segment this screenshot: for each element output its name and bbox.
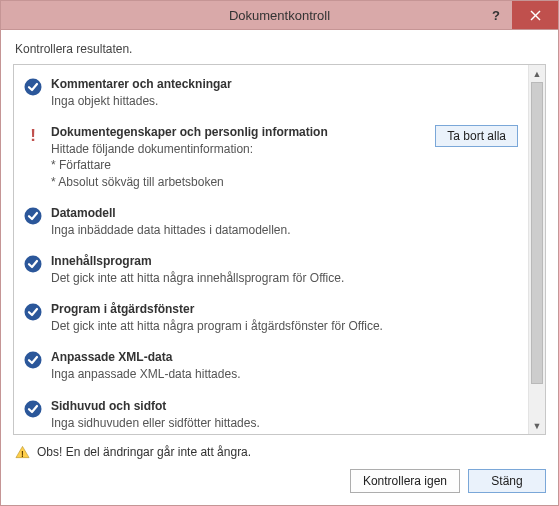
svg-point-4 xyxy=(25,207,42,224)
result-line: Inga anpassade XML-data hittades. xyxy=(51,366,518,382)
result-title: Datamodell xyxy=(51,206,518,220)
result-line: Inga sidhuvuden eller sidfötter hittades… xyxy=(51,415,518,431)
result-title: Dokumentegenskaper och personlig informa… xyxy=(51,125,418,139)
result-line: Inga objekt hittades. xyxy=(51,93,518,109)
titlebar: Dokumentkontroll ? xyxy=(1,1,558,30)
result-description: Det gick inte att hitta några program i … xyxy=(51,318,518,334)
result-title: Anpassade XML-data xyxy=(51,350,518,364)
result-body: Anpassade XML-dataInga anpassade XML-dat… xyxy=(51,350,518,382)
close-icon xyxy=(530,10,541,21)
scroll-down-button[interactable]: ▼ xyxy=(529,417,545,434)
help-button[interactable]: ? xyxy=(480,1,512,29)
svg-text:!: ! xyxy=(30,126,36,144)
results-list: Kommentarer och anteckningarInga objekt … xyxy=(14,65,528,434)
result-title: Kommentarer och anteckningar xyxy=(51,77,518,91)
result-item: InnehållsprogramDet gick inte att hitta … xyxy=(14,246,528,294)
titlebar-buttons: ? xyxy=(480,1,558,29)
svg-point-2 xyxy=(25,79,42,96)
check-icon xyxy=(24,207,42,225)
svg-point-6 xyxy=(25,304,42,321)
result-title: Sidhuvud och sidfot xyxy=(51,399,518,413)
remove-all-button[interactable]: Ta bort alla xyxy=(435,125,518,147)
svg-point-7 xyxy=(25,352,42,369)
results-frame: Kommentarer och anteckningarInga objekt … xyxy=(13,64,546,435)
result-line: Det gick inte att hitta några innehållsp… xyxy=(51,270,518,286)
dialog-window: Dokumentkontroll ? Kontrollera resultate… xyxy=(0,0,559,506)
alert-icon: ! xyxy=(24,126,42,144)
check-icon xyxy=(24,303,42,321)
scroll-thumb[interactable] xyxy=(531,82,543,384)
result-item: Anpassade XML-dataInga anpassade XML-dat… xyxy=(14,342,528,390)
result-title: Program i åtgärdsfönster xyxy=(51,302,518,316)
svg-point-5 xyxy=(25,255,42,272)
result-item: Sidhuvud och sidfotInga sidhuvuden eller… xyxy=(14,391,528,435)
result-item: !Dokumentegenskaper och personlig inform… xyxy=(14,117,528,198)
svg-text:!: ! xyxy=(21,449,24,459)
button-row: Kontrollera igen Stäng xyxy=(1,469,558,505)
footer-warning-text: Obs! En del ändringar går inte att ångra… xyxy=(37,445,251,459)
dialog-title: Dokumentkontroll xyxy=(1,8,558,23)
result-line: Det gick inte att hitta några program i … xyxy=(51,318,518,334)
result-body: InnehållsprogramDet gick inte att hitta … xyxy=(51,254,518,286)
check-icon xyxy=(24,351,42,369)
result-description: Inga objekt hittades. xyxy=(51,93,518,109)
warning-icon: ! xyxy=(15,445,30,459)
dialog-content: Kontrollera resultaten. Kommentarer och … xyxy=(1,30,558,469)
result-body: DatamodellInga inbäddade data hittades i… xyxy=(51,206,518,238)
result-description: Inga anpassade XML-data hittades. xyxy=(51,366,518,382)
check-icon xyxy=(24,78,42,96)
result-action: Ta bort alla xyxy=(435,125,518,147)
result-item: DatamodellInga inbäddade data hittades i… xyxy=(14,198,528,246)
reinspect-button[interactable]: Kontrollera igen xyxy=(350,469,460,493)
result-title: Innehållsprogram xyxy=(51,254,518,268)
result-description: Inga inbäddade data hittades i datamodel… xyxy=(51,222,518,238)
result-line: Hittade följande dokumentinformation: xyxy=(51,141,418,157)
scrollbar[interactable]: ▲ ▼ xyxy=(528,65,545,434)
result-line: Inga inbäddade data hittades i datamodel… xyxy=(51,222,518,238)
result-line: * Absolut sökväg till arbetsboken xyxy=(51,174,418,190)
check-icon xyxy=(24,400,42,418)
result-item: Program i åtgärdsfönsterDet gick inte at… xyxy=(14,294,528,342)
result-description: Hittade följande dokumentinformation:* F… xyxy=(51,141,418,190)
result-body: Program i åtgärdsfönsterDet gick inte at… xyxy=(51,302,518,334)
result-line: * Författare xyxy=(51,157,418,173)
scroll-track[interactable] xyxy=(529,82,545,417)
footer-warning: ! Obs! En del ändringar går inte att ång… xyxy=(13,435,546,469)
instruction-text: Kontrollera resultaten. xyxy=(13,40,546,64)
result-description: Inga sidhuvuden eller sidfötter hittades… xyxy=(51,415,518,431)
scroll-up-button[interactable]: ▲ xyxy=(529,65,545,82)
close-button[interactable] xyxy=(512,1,558,29)
result-body: Dokumentegenskaper och personlig informa… xyxy=(51,125,418,190)
check-icon xyxy=(24,255,42,273)
close-dialog-button[interactable]: Stäng xyxy=(468,469,546,493)
result-description: Det gick inte att hitta några innehållsp… xyxy=(51,270,518,286)
svg-point-8 xyxy=(25,400,42,417)
result-body: Kommentarer och anteckningarInga objekt … xyxy=(51,77,518,109)
result-item: Kommentarer och anteckningarInga objekt … xyxy=(14,69,528,117)
result-body: Sidhuvud och sidfotInga sidhuvuden eller… xyxy=(51,399,518,431)
